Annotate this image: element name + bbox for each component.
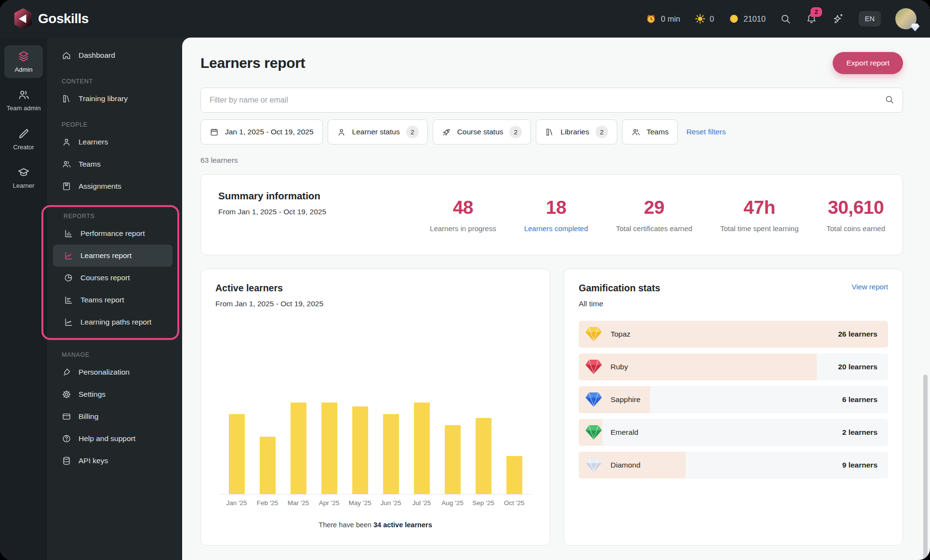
sidebar-item-help[interactable]: Help and support xyxy=(47,428,182,450)
search-icon[interactable] xyxy=(780,13,791,25)
language-selector[interactable]: EN xyxy=(859,11,881,26)
rocket-icon xyxy=(442,128,451,137)
sun-icon xyxy=(695,13,705,24)
sun-counter-value: 0 xyxy=(710,14,714,24)
time-counter[interactable]: 0 min xyxy=(646,13,680,24)
line-chart-icon xyxy=(64,317,73,327)
people-icon xyxy=(17,89,30,101)
user-avatar[interactable] xyxy=(895,8,917,29)
stat-label: Total certificates earned xyxy=(616,224,692,233)
sidebar-item-training-library[interactable]: Training library xyxy=(47,88,182,110)
credit-card-icon xyxy=(62,412,71,421)
sidebar-item-courses-report[interactable]: Courses report xyxy=(49,267,177,289)
bar-label: Jun '25 xyxy=(375,499,406,507)
rail-item-learner[interactable]: Learner xyxy=(4,161,43,194)
assignment-book-icon xyxy=(62,182,71,191)
course-status-filter[interactable]: Course status 2 xyxy=(433,119,531,144)
learner-status-filter[interactable]: Learner status 2 xyxy=(328,119,428,144)
sidebar: Dashboard CONTENT Training library PEOPL… xyxy=(47,38,182,560)
sidebar-item-learners-report[interactable]: Learners report xyxy=(53,245,173,267)
library-icon xyxy=(62,94,71,104)
sidebar-section-content: CONTENT xyxy=(62,78,182,85)
bar xyxy=(221,414,252,494)
gem-learner-count: 20 learners xyxy=(838,363,877,371)
rail-item-team-admin[interactable]: Team admin xyxy=(4,84,43,117)
gamification-card: Gamification stats View report All time … xyxy=(564,269,903,546)
question-circle-icon xyxy=(62,434,71,443)
date-range-label: Jan 1, 2025 - Oct 19, 2025 xyxy=(225,128,314,136)
results-count: 63 learners xyxy=(200,156,903,165)
bar xyxy=(345,406,375,494)
brand-name: Goskills xyxy=(38,11,89,26)
line-chart-icon xyxy=(64,251,73,260)
coin-counter-value: 21010 xyxy=(744,14,766,24)
sidebar-item-label: Performance report xyxy=(80,229,145,238)
goskills-logo-icon xyxy=(13,8,33,29)
coin-icon xyxy=(729,13,739,24)
database-icon xyxy=(62,456,71,466)
stat-total-certificates: 29 Total certificates earned xyxy=(616,197,692,233)
gamification-subtitle: All time xyxy=(579,300,888,308)
filter-count-badge: 2 xyxy=(509,126,522,138)
gamification-row-topaz: Topaz 26 learners xyxy=(579,321,888,348)
rail-item-label: Creator xyxy=(13,143,34,151)
stat-label: Total coins earned xyxy=(826,224,885,233)
bar-label: Apr '25 xyxy=(314,499,345,507)
bar-label: Jul '25 xyxy=(406,499,437,507)
teams-filter[interactable]: Teams xyxy=(622,119,678,144)
sidebar-item-teams-report[interactable]: Teams report xyxy=(49,289,177,311)
stat-label-link[interactable]: Learners completed xyxy=(524,224,588,233)
graduation-cap-icon xyxy=(17,166,30,179)
reset-filters-link[interactable]: Reset filters xyxy=(686,128,726,136)
filter-search-input[interactable] xyxy=(200,88,903,113)
calendar-icon xyxy=(210,128,219,137)
person-icon xyxy=(337,128,346,137)
gamification-row-ruby: Ruby 20 learners xyxy=(579,353,888,380)
libraries-filter[interactable]: Libraries 2 xyxy=(536,119,617,144)
rail-item-label: Admin xyxy=(15,66,33,74)
sidebar-item-assignments[interactable]: Assignments xyxy=(47,175,182,197)
bar xyxy=(437,425,468,494)
vertical-scrollbar[interactable] xyxy=(923,375,928,560)
sidebar-item-dashboard[interactable]: Dashboard xyxy=(47,44,182,66)
filter-count-badge: 2 xyxy=(596,126,608,138)
sidebar-item-personalization[interactable]: Personalization xyxy=(47,361,182,383)
coin-counter[interactable]: 21010 xyxy=(729,13,766,24)
rail-item-admin[interactable]: Admin xyxy=(4,45,43,78)
date-range-filter[interactable]: Jan 1, 2025 - Oct 19, 2025 xyxy=(200,119,323,144)
sidebar-item-label: Dashboard xyxy=(79,51,115,60)
sun-counter[interactable]: 0 xyxy=(695,13,714,24)
view-report-link[interactable]: View report xyxy=(851,283,888,291)
brand[interactable]: Goskills xyxy=(13,8,89,29)
filter-label: Course status xyxy=(457,128,504,136)
sidebar-item-api-keys[interactable]: API keys xyxy=(47,450,182,472)
rail-item-label: Team admin xyxy=(7,104,41,112)
bar-label: Aug '25 xyxy=(437,499,468,507)
bar xyxy=(468,418,499,494)
sidebar-item-learning-paths-report[interactable]: Learning paths report xyxy=(49,311,177,333)
stat-value: 48 xyxy=(430,197,496,218)
stat-value: 30,610 xyxy=(826,197,885,218)
export-report-button[interactable]: Export report xyxy=(833,52,903,74)
topbar: Goskills 0 min xyxy=(0,0,930,38)
sidebar-item-performance-report[interactable]: Performance report xyxy=(49,222,177,245)
sidebar-item-label: Teams report xyxy=(80,296,124,304)
bar-label: Oct '25 xyxy=(499,499,530,507)
sidebar-item-learners[interactable]: Learners xyxy=(47,131,182,153)
page-title: Learners report xyxy=(200,55,305,71)
active-learners-card: Active learners From Jan 1, 2025 - Oct 1… xyxy=(200,269,550,546)
sidebar-section-manage: MANAGE xyxy=(62,352,182,358)
notification-count-badge: 2 xyxy=(810,7,822,17)
sidebar-item-settings[interactable]: Settings xyxy=(47,383,182,405)
stat-learners-completed: 18 Learners completed xyxy=(524,197,588,233)
ai-sparkles-icon[interactable] xyxy=(832,13,844,25)
sidebar-item-billing[interactable]: Billing xyxy=(47,405,182,428)
chart-title: Active learners xyxy=(215,283,535,294)
search-icon[interactable] xyxy=(885,95,894,104)
sidebar-item-teams[interactable]: Teams xyxy=(47,153,182,175)
notifications-bell-icon[interactable]: 2 xyxy=(806,13,817,25)
gamification-row-emerald: Emerald 2 learners xyxy=(579,419,888,446)
rail-item-creator[interactable]: Creator xyxy=(4,123,43,156)
sidebar-item-label: Assignments xyxy=(79,182,121,191)
sidebar-item-label: Learners xyxy=(79,138,108,146)
